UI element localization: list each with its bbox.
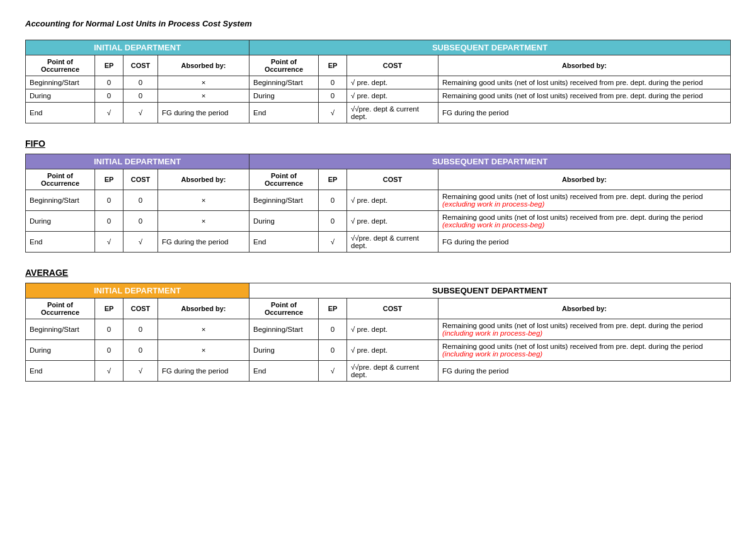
a-r2-sub-absorbed: Remaining good units (net of lost units)…: [438, 340, 731, 361]
f-r3-sub-ep: √: [319, 232, 347, 253]
col-a-sub-absorbed: Absorbed by:: [438, 298, 731, 319]
r1-absorbed: ×: [158, 76, 249, 89]
r1-sub-ep: 0: [319, 76, 347, 89]
initial-dept-header-2: INITIAL DEPARTMENT: [26, 154, 249, 169]
r1-sub-absorbed: Remaining good units (net of lost units)…: [438, 76, 731, 89]
average-label: AVERAGE: [25, 268, 731, 278]
f-r1-absorbed: ×: [158, 190, 249, 211]
a-r3-absorbed: FG during the period: [158, 361, 249, 382]
col-f-ep: EP: [95, 169, 123, 190]
f-r1-point: Beginning/Start: [26, 190, 95, 211]
col-f-cost: COST: [123, 169, 158, 190]
r3-ep: √: [95, 103, 123, 123]
col-a-absorbed: Absorbed by:: [158, 298, 249, 319]
f-r3-sub-point: End: [249, 232, 319, 253]
r2-cost: 0: [123, 89, 158, 103]
a-r3-sub-ep: √: [319, 361, 347, 382]
col-a-cost: COST: [123, 298, 158, 319]
col-a-sub-point: Point ofOccurrence: [249, 298, 319, 319]
a-r2-ep: 0: [95, 340, 123, 361]
r3-sub-absorbed: FG during the period: [438, 103, 731, 123]
col-absorbed-1: Absorbed by:: [158, 55, 249, 76]
col-sub-absorbed-1: Absorbed by:: [438, 55, 731, 76]
f-r2-sub-cost: √ pre. dept.: [347, 211, 438, 232]
f-r2-sub-ep: 0: [319, 211, 347, 232]
fifo-label: FIFO: [25, 139, 731, 149]
a-r2-absorbed: ×: [158, 340, 249, 361]
a-r1-sub-cost: √ pre. dept.: [347, 319, 438, 340]
a-r1-cost: 0: [123, 319, 158, 340]
f-r3-absorbed: FG during the period: [158, 232, 249, 253]
a-r1-ep: 0: [95, 319, 123, 340]
r2-point: During: [26, 89, 95, 103]
f-r1-sub-absorbed: Remaining good units (net of lost units)…: [438, 190, 731, 211]
section-average: AVERAGE INITIAL DEPARTMENT SUBSEQUENT DE…: [25, 268, 731, 382]
initial-dept-header-3: INITIAL DEPARTMENT: [26, 283, 249, 298]
f-r2-point: During: [26, 211, 95, 232]
r2-sub-cost: √ pre. dept.: [347, 89, 438, 103]
col-a-sub-ep: EP: [319, 298, 347, 319]
page-title: Accounting for Normal Lost Units in Proc…: [25, 19, 731, 28]
col-a-point: Point ofOccurrence: [26, 298, 95, 319]
col-f-sub-point: Point ofOccurrence: [249, 169, 319, 190]
f-r1-ep: 0: [95, 190, 123, 211]
col-sub-ep-1: EP: [319, 55, 347, 76]
col-sub-point-1: Point ofOccurrence: [249, 55, 319, 76]
f-r2-sub-absorbed: Remaining good units (net of lost units)…: [438, 211, 731, 232]
col-f-sub-cost: COST: [347, 169, 438, 190]
section-plain: INITIAL DEPARTMENT SUBSEQUENT DEPARTMENT…: [25, 40, 731, 123]
r2-sub-point: During: [249, 89, 319, 103]
a-r1-sub-ep: 0: [319, 319, 347, 340]
f-r1-cost: 0: [123, 190, 158, 211]
col-f-sub-absorbed: Absorbed by:: [438, 169, 731, 190]
r3-sub-ep: √: [319, 103, 347, 123]
col-a-ep: EP: [95, 298, 123, 319]
subsequent-dept-header-3: SUBSEQUENT DEPARTMENT: [249, 283, 731, 298]
a-r3-cost: √: [123, 361, 158, 382]
table-fifo: INITIAL DEPARTMENT SUBSEQUENT DEPARTMENT…: [25, 154, 731, 253]
r1-cost: 0: [123, 76, 158, 89]
f-r1-sub-ep: 0: [319, 190, 347, 211]
a-r1-sub-absorbed: Remaining good units (net of lost units)…: [438, 319, 731, 340]
f-r2-absorbed: ×: [158, 211, 249, 232]
initial-dept-header-1: INITIAL DEPARTMENT: [26, 40, 249, 55]
col-cost-1: COST: [123, 55, 158, 76]
r1-sub-point: Beginning/Start: [249, 76, 319, 89]
a-r2-sub-point: During: [249, 340, 319, 361]
table-plain: INITIAL DEPARTMENT SUBSEQUENT DEPARTMENT…: [25, 40, 731, 123]
f-r3-sub-absorbed: FG during the period: [438, 232, 731, 253]
f-r1-sub-point: Beginning/Start: [249, 190, 319, 211]
a-r3-sub-cost: √√pre. dept & current dept.: [347, 361, 438, 382]
a-r2-sub-cost: √ pre. dept.: [347, 340, 438, 361]
r2-absorbed: ×: [158, 89, 249, 103]
r1-sub-cost: √ pre. dept.: [347, 76, 438, 89]
col-point-1: Point ofOccurrence: [26, 55, 95, 76]
r3-point: End: [26, 103, 95, 123]
subsequent-dept-header-1: SUBSEQUENT DEPARTMENT: [249, 40, 731, 55]
a-r3-sub-absorbed: FG during the period: [438, 361, 731, 382]
f-r1-sub-cost: √ pre. dept.: [347, 190, 438, 211]
f-r3-ep: √: [95, 232, 123, 253]
a-r2-cost: 0: [123, 340, 158, 361]
r1-ep: 0: [95, 76, 123, 89]
f-r2-cost: 0: [123, 211, 158, 232]
a-r3-point: End: [26, 361, 95, 382]
a-r2-sub-ep: 0: [319, 340, 347, 361]
r1-point: Beginning/Start: [26, 76, 95, 89]
col-sub-cost-1: COST: [347, 55, 438, 76]
a-r3-sub-point: End: [249, 361, 319, 382]
a-r2-point: During: [26, 340, 95, 361]
section-fifo: FIFO INITIAL DEPARTMENT SUBSEQUENT DEPAR…: [25, 139, 731, 253]
r2-sub-absorbed: Remaining good units (net of lost units)…: [438, 89, 731, 103]
r3-sub-point: End: [249, 103, 319, 123]
r2-ep: 0: [95, 89, 123, 103]
col-ep-1: EP: [95, 55, 123, 76]
col-f-absorbed: Absorbed by:: [158, 169, 249, 190]
a-r3-ep: √: [95, 361, 123, 382]
r2-sub-ep: 0: [319, 89, 347, 103]
table-average: INITIAL DEPARTMENT SUBSEQUENT DEPARTMENT…: [25, 283, 731, 382]
f-r2-sub-point: During: [249, 211, 319, 232]
r3-cost: √: [123, 103, 158, 123]
r3-sub-cost: √√pre. dept & current dept.: [347, 103, 438, 123]
r3-absorbed: FG during the period: [158, 103, 249, 123]
